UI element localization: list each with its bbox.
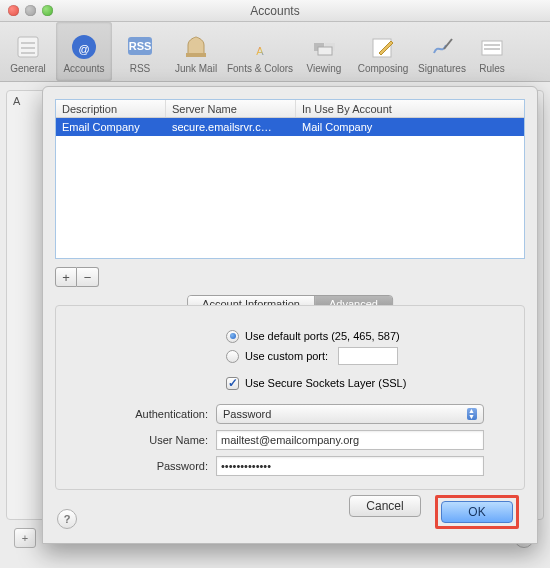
toolbar-label: RSS xyxy=(130,63,151,74)
label-authentication: Authentication: xyxy=(56,408,216,420)
cell-account: Mail Company xyxy=(296,121,524,133)
rules-icon xyxy=(478,33,506,61)
rss-icon: RSS xyxy=(126,33,154,61)
toolbar-label: Fonts & Colors xyxy=(227,63,293,74)
column-in-use-by[interactable]: In Use By Account xyxy=(296,100,524,117)
password-input[interactable]: ••••••••••••• xyxy=(216,456,484,476)
svg-text:@: @ xyxy=(78,43,89,55)
column-server-name[interactable]: Server Name xyxy=(166,100,296,117)
toolbar-label: Viewing xyxy=(307,63,342,74)
ok-highlight: OK xyxy=(435,495,519,529)
label-default-ports: Use default ports (25, 465, 587) xyxy=(245,330,400,342)
at-icon: @ xyxy=(70,33,98,61)
table-row[interactable]: Email Company secure.emailsrvr.c… Mail C… xyxy=(56,118,524,136)
signature-icon xyxy=(428,33,456,61)
svg-rect-15 xyxy=(484,44,500,46)
label-custom-port: Use custom port: xyxy=(245,350,328,362)
toolbar-rss[interactable]: RSS RSS xyxy=(112,22,168,81)
cell-server: secure.emailsrvr.c… xyxy=(166,121,296,133)
window-title: Accounts xyxy=(0,4,550,18)
toolbar-rules[interactable]: Rules xyxy=(470,22,514,81)
username-input[interactable]: mailtest@emailcompany.org xyxy=(216,430,484,450)
toolbar-label: Rules xyxy=(479,63,505,74)
background-add-button[interactable]: + xyxy=(14,528,36,548)
toolbar-fonts-colors[interactable]: A Fonts & Colors xyxy=(224,22,296,81)
column-description[interactable]: Description xyxy=(56,100,166,117)
authentication-value: Password xyxy=(223,408,271,420)
compose-icon xyxy=(369,33,397,61)
svg-rect-1 xyxy=(21,42,35,44)
toolbar-junk-mail[interactable]: Junk Mail xyxy=(168,22,224,81)
svg-rect-3 xyxy=(21,52,35,54)
label-username: User Name: xyxy=(56,434,216,446)
toolbar-general[interactable]: General xyxy=(0,22,56,81)
fonts-icon: A xyxy=(246,33,274,61)
label-ssl: Use Secure Sockets Layer (SSL) xyxy=(245,377,406,389)
cancel-button[interactable]: Cancel xyxy=(349,495,421,517)
remove-server-button[interactable]: − xyxy=(77,267,99,287)
titlebar: Accounts xyxy=(0,0,550,22)
toolbar-composing[interactable]: Composing xyxy=(352,22,414,81)
toolbar-label: Accounts xyxy=(63,63,104,74)
server-table: Description Server Name In Use By Accoun… xyxy=(55,99,525,259)
smtp-server-sheet: Description Server Name In Use By Accoun… xyxy=(42,86,538,544)
viewing-icon xyxy=(310,33,338,61)
cell-description: Email Company xyxy=(56,121,166,133)
radio-custom-port[interactable] xyxy=(226,350,239,363)
svg-rect-8 xyxy=(186,53,206,57)
advanced-panel: Use default ports (25, 465, 587) Use cus… xyxy=(55,305,525,490)
radio-default-ports[interactable] xyxy=(226,330,239,343)
slider-icon xyxy=(14,33,42,61)
svg-text:A: A xyxy=(256,45,264,57)
toolbar-signatures[interactable]: Signatures xyxy=(414,22,470,81)
svg-rect-12 xyxy=(318,47,332,55)
preferences-toolbar: General @ Accounts RSS RSS Junk Mail A F… xyxy=(0,22,550,82)
svg-rect-2 xyxy=(21,47,35,49)
authentication-select[interactable]: Password ▲▼ xyxy=(216,404,484,424)
toolbar-label: Composing xyxy=(358,63,409,74)
sheet-help-button[interactable]: ? xyxy=(57,509,77,529)
toolbar-accounts[interactable]: @ Accounts xyxy=(56,22,112,81)
svg-rect-16 xyxy=(484,48,500,50)
chevron-updown-icon: ▲▼ xyxy=(468,408,475,420)
toolbar-label: Signatures xyxy=(418,63,466,74)
svg-text:RSS: RSS xyxy=(129,40,152,52)
toolbar-label: General xyxy=(10,63,46,74)
custom-port-input[interactable] xyxy=(338,347,398,365)
ok-button[interactable]: OK xyxy=(441,501,513,523)
ssl-checkbox[interactable] xyxy=(226,377,239,390)
add-server-button[interactable]: + xyxy=(55,267,77,287)
junk-icon xyxy=(182,33,210,61)
label-password: Password: xyxy=(56,460,216,472)
toolbar-label: Junk Mail xyxy=(175,63,217,74)
toolbar-viewing[interactable]: Viewing xyxy=(296,22,352,81)
background-header-letter: A xyxy=(13,95,20,107)
